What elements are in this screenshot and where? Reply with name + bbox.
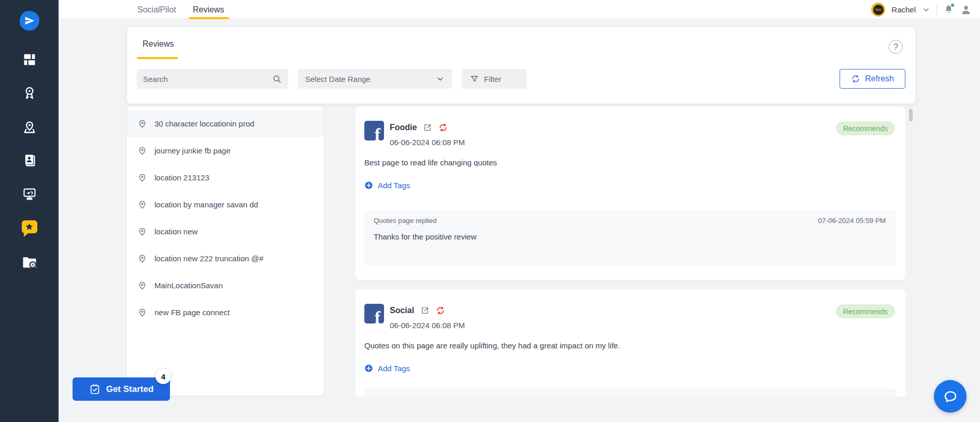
sidebar-item-dashboard[interactable] (0, 50, 59, 69)
date-range-select[interactable]: Select Date Range (298, 69, 452, 89)
location-label: location by manager savan dd (154, 200, 258, 209)
add-tags-label: Add Tags (378, 181, 410, 190)
sync-review-icon[interactable] (438, 123, 448, 132)
account-icon[interactable] (960, 4, 972, 16)
active-tab-underline (137, 57, 178, 59)
plus-circle-icon (364, 181, 373, 190)
sync-review-icon[interactable] (436, 306, 445, 315)
plus-circle-icon (364, 364, 373, 373)
vertical-scrollbar[interactable] (909, 109, 913, 121)
location-item[interactable]: location 213123 (127, 164, 324, 191)
checklist-icon (89, 384, 101, 395)
location-item[interactable]: location by manager savan dd (127, 191, 324, 218)
review-card: f Social 06-06-2024 06:08 PM Recommends … (356, 289, 905, 397)
location-label: 30 character loccationin prod (154, 119, 254, 128)
user-name[interactable]: Rachel (891, 5, 916, 14)
sidebar-item-contacts[interactable] (0, 151, 59, 170)
add-tags-button[interactable]: Add Tags (364, 364, 410, 373)
top-navigation-bar: SocialPilot Reviews TGC Rachel (59, 0, 980, 19)
location-pin-icon (137, 200, 147, 209)
recommends-badge: Recommends (836, 121, 895, 135)
location-label: location 213123 (154, 173, 209, 182)
reply-text: Thanks for the positive review (374, 232, 476, 241)
locations-icon (22, 120, 37, 134)
external-link-icon[interactable] (421, 306, 429, 315)
social-monitor-icon (22, 187, 37, 201)
location-label: new FB page connect (154, 308, 230, 317)
socialpilot-logo[interactable] (0, 11, 59, 30)
facebook-icon: f (364, 121, 384, 140)
location-item[interactable]: location new 222 truncation @# (127, 245, 324, 272)
filter-label: Filter (484, 75, 501, 83)
review-datetime: 06-06-2024 06:08 PM (390, 138, 465, 147)
review-text: Best page to read life changing quotes (364, 158, 497, 167)
review-list: f Foodie 06-06-2024 06:08 PM Recommends … (356, 106, 905, 397)
content-library-gear-icon (22, 254, 37, 270)
location-label: location new 222 truncation @# (154, 254, 263, 263)
date-range-label: Select Date Range (305, 75, 371, 83)
review-page-name: Foodie (390, 123, 417, 132)
add-tags-button[interactable]: Add Tags (364, 181, 410, 190)
tab-reviews[interactable]: Reviews (193, 0, 224, 19)
review-datetime: 06-06-2024 06:08 PM (390, 321, 465, 330)
refresh-label: Refresh (865, 74, 894, 83)
notification-dot (950, 3, 955, 7)
location-pin-icon (137, 254, 147, 263)
recommends-badge: Recommends (836, 304, 895, 318)
get-started-count-badge: 4 (155, 369, 171, 384)
location-item[interactable]: location new (127, 218, 324, 245)
external-link-icon[interactable] (423, 123, 432, 132)
chat-bubble-icon (943, 389, 958, 404)
location-item[interactable]: MainLocationSavan (127, 272, 324, 299)
help-button[interactable]: ? (889, 40, 903, 54)
review-reply-box: Quotes page replied 07-06-2024 05:59 PM … (364, 210, 896, 265)
tab-reviews-label: Reviews (193, 5, 224, 15)
locations-panel: 30 character loccationin prod journey ju… (127, 106, 324, 396)
avatar[interactable]: TGC (871, 3, 885, 17)
get-started-button[interactable]: Get Started (73, 377, 170, 401)
reply-datetime: 07-06-2024 05:59 PM (818, 217, 886, 224)
location-pin-icon (137, 119, 147, 129)
review-text: Quotes on this page are really uplifting… (364, 341, 620, 350)
brand-award-icon (22, 86, 37, 100)
facebook-icon: f (364, 304, 384, 323)
search-input[interactable] (143, 75, 272, 83)
sidebar-item-locations[interactable] (0, 118, 59, 136)
sidebar-item-content-library[interactable] (0, 252, 59, 271)
review-card: f Foodie 06-06-2024 06:08 PM Recommends … (356, 106, 905, 280)
review-reply-box (364, 389, 896, 397)
user-cluster: TGC Rachel (871, 0, 972, 19)
refresh-icon (851, 74, 860, 83)
chevron-down-icon[interactable] (922, 6, 930, 14)
help-label: ? (893, 43, 898, 52)
location-item[interactable]: new FB page connect (127, 299, 324, 326)
location-pin-icon (137, 146, 147, 156)
chat-launcher-button[interactable] (934, 380, 967, 413)
sidebar-item-brand-award[interactable] (0, 83, 59, 102)
location-item[interactable]: journey junkie fb page (127, 137, 324, 164)
search-box (137, 69, 288, 89)
location-label: MainLocationSavan (154, 281, 223, 290)
sidebar-item-reviews[interactable] (0, 218, 59, 237)
reviews-icon (22, 220, 37, 235)
location-item[interactable]: 30 character loccationin prod (127, 110, 324, 137)
toolbar-controls: Select Date Range Filter (137, 69, 527, 89)
review-page-name: Social (390, 306, 414, 315)
topbar-divider (936, 5, 937, 15)
tab-socialpilot[interactable]: SocialPilot (137, 0, 176, 19)
contacts-icon (22, 153, 37, 167)
location-pin-icon (137, 280, 147, 290)
refresh-button[interactable]: Refresh (840, 69, 905, 89)
search-icon[interactable] (272, 74, 282, 84)
tab-socialpilot-label: SocialPilot (137, 5, 176, 15)
chevron-down-icon (436, 75, 445, 83)
notifications-button[interactable] (943, 4, 954, 15)
avatar-monogram: TGC (873, 5, 884, 15)
filter-button[interactable]: Filter (462, 69, 527, 89)
toolbar-tab-reviews[interactable]: Reviews (143, 39, 174, 49)
sidebar-item-social-monitor[interactable] (0, 185, 59, 203)
location-label: location new (154, 227, 197, 236)
toolbar-tab-label: Reviews (143, 39, 174, 48)
location-pin-icon (137, 227, 147, 236)
location-pin-icon (137, 173, 147, 182)
